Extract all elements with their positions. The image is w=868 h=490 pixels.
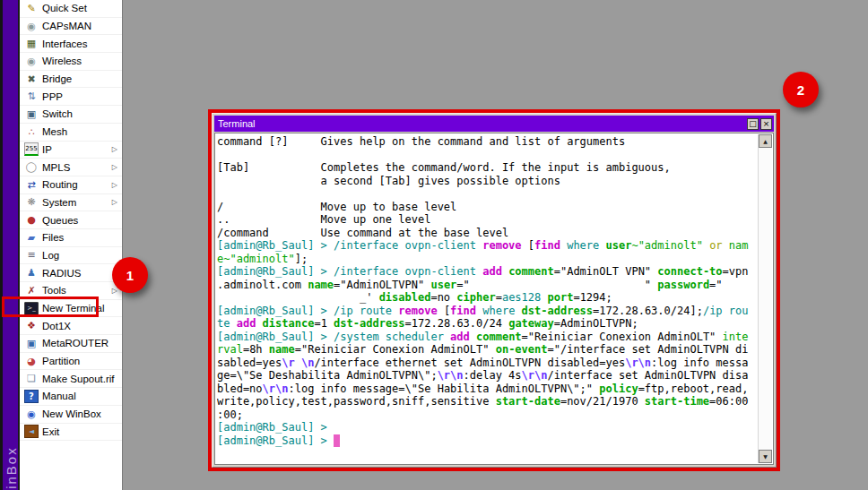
sidebar-item-label: MetaROUTER: [42, 338, 108, 348]
radius-icon: [24, 266, 39, 279]
terminal-line: te add distance=1 dst-address=172.28.63.…: [217, 317, 756, 331]
maximize-button[interactable]: □: [747, 118, 759, 130]
sidebar-item-label: New Terminal: [42, 303, 104, 314]
sidebar-item-label: System: [42, 197, 76, 208]
sidebar-item-exit[interactable]: Exit: [20, 424, 122, 442]
sidebar-item-label: Log: [42, 250, 59, 261]
sidebar-item-metarouter[interactable]: MetaROUTER: [20, 335, 122, 353]
sidebar-item-label: PPP: [42, 91, 63, 102]
sidebar-item-new-winbox[interactable]: New WinBox: [20, 406, 122, 424]
terminal-line: ge=\"Se Deshabilita AdminOLTVPN\";\r\n:d…: [217, 369, 756, 383]
terminal-line: write,policy,test,password,sniff,sensiti…: [217, 395, 756, 408]
callout-2-number: 2: [797, 82, 804, 98]
submenu-arrow-icon: ▷: [112, 198, 117, 206]
sidebar-item-label: Make Supout.rif: [42, 374, 115, 384]
tools-icon: [24, 284, 39, 297]
terminal-line: :00;: [217, 408, 756, 422]
sidebar-item-label: Switch: [42, 108, 73, 119]
sidebar-item-label: Wireless: [42, 56, 82, 66]
ip-icon: [24, 142, 39, 156]
sidebar-item-mesh[interactable]: Mesh: [20, 124, 122, 142]
terminal-title: Terminal: [214, 118, 256, 129]
scroll-up-icon: ▲: [763, 138, 768, 144]
annotation-callout-1: 1: [112, 257, 148, 293]
callout-1-number: 1: [126, 268, 134, 283]
terminal-line: [admin@Rb_Saul] > /ip route remove [find…: [217, 305, 756, 318]
terminal-output[interactable]: command [?] Gives help on the command an…: [217, 135, 756, 462]
sidebar-item-label: Bridge: [42, 73, 72, 84]
exit-icon: [24, 425, 39, 438]
terminal-line: _' disabled=no cipher=aes128 port=1294;: [217, 291, 756, 305]
sidebar: Quick SetCAPsMANInterfacesWirelessBridge…: [20, 0, 123, 490]
switch-icon: [24, 107, 39, 121]
mesh-icon: [24, 125, 39, 139]
terminal-titlebar[interactable]: Terminal □ ×: [214, 116, 774, 132]
terminal-scrollbar[interactable]: ▲ ▼: [758, 134, 772, 463]
sidebar-item-label: Mesh: [42, 126, 67, 137]
terminal-line: [admin@Rb_Saul] > /interface ovpn-client…: [217, 239, 756, 253]
close-icon: ×: [763, 119, 770, 128]
sidebar-item-partition[interactable]: Partition: [20, 353, 122, 371]
scroll-up-button[interactable]: ▲: [759, 134, 772, 148]
manual-icon: [24, 390, 39, 403]
system-icon: [24, 195, 39, 209]
sidebar-item-label: RADIUS: [42, 268, 81, 279]
bridge-icon: [24, 73, 39, 86]
queues-icon: [24, 213, 39, 227]
sidebar-item-ip[interactable]: IP▷: [20, 142, 122, 159]
sidebar-item-switch[interactable]: Switch: [20, 106, 122, 124]
terminal-line: .adminolt.com name="AdminOLTVPN" user=" …: [217, 279, 756, 292]
sidebar-item-interfaces[interactable]: Interfaces: [20, 35, 122, 53]
sidebar-item-radius[interactable]: RADIUS: [20, 264, 122, 282]
terminal-line: / Move up to base level: [217, 201, 756, 214]
sidebar-item-ppp[interactable]: PPP: [20, 88, 122, 106]
sidebar-item-routing[interactable]: Routing▷: [20, 176, 122, 194]
annotation-box-terminal: Terminal □ × command [?] Gives help on t…: [208, 109, 780, 471]
terminal-line: e~"adminolt"];: [217, 253, 756, 266]
sidebar-item-bridge[interactable]: Bridge: [20, 71, 122, 89]
sidebar-menu: Quick SetCAPsMANInterfacesWirelessBridge…: [20, 0, 122, 441]
sidebar-item-new-terminal[interactable]: New Terminal: [20, 300, 122, 318]
sidebar-item-label: Tools: [42, 285, 66, 296]
sidebar-item-mpls[interactable]: MPLS▷: [20, 159, 122, 176]
terminal-body[interactable]: command [?] Gives help on the command an…: [214, 133, 774, 465]
terminal-line: [admin@Rb_Saul] > /interface ovpn-client…: [217, 265, 756, 279]
winbox-brand-strip: WinBox: [3, 0, 18, 490]
sidebar-item-label: Exit: [42, 426, 59, 437]
terminal-line: [217, 187, 756, 201]
partition-icon: [24, 355, 39, 368]
sidebar-item-label: Queues: [42, 215, 78, 226]
sidebar-item-manual[interactable]: Manual: [20, 388, 122, 406]
terminal-window: Terminal □ × command [?] Gives help on t…: [212, 113, 777, 468]
sidebar-item-system[interactable]: System▷: [20, 194, 122, 212]
scroll-down-button[interactable]: ▼: [759, 450, 772, 463]
sidebar-item-label: Quick Set: [42, 3, 87, 13]
capsman-icon: [24, 20, 39, 33]
terminal-line: [admin@Rb_Saul] >: [217, 421, 756, 434]
terminal-line: /command Use command at the base level: [217, 227, 756, 240]
sidebar-item-queues[interactable]: Queues: [20, 211, 122, 229]
sidebar-item-tools[interactable]: Tools▷: [20, 282, 122, 300]
ppp-icon: [24, 90, 39, 103]
sidebar-item-capsman[interactable]: CAPsMAN: [20, 18, 122, 36]
scroll-down-icon: ▼: [763, 453, 768, 460]
sidebar-item-make-supout[interactable]: Make Supout.rif: [20, 370, 122, 388]
terminal-line: rval=8h name="Reiniciar Conexion AdminOL…: [217, 343, 756, 357]
log-icon: [24, 248, 39, 262]
close-button[interactable]: ×: [760, 118, 772, 130]
sidebar-item-wireless[interactable]: Wireless: [20, 53, 122, 71]
terminal-cursor: [334, 434, 340, 447]
terminal-line: command [?] Gives help on the command an…: [217, 135, 756, 149]
sidebar-item-dot1x[interactable]: Dot1X: [20, 317, 122, 335]
terminal-line: a second [Tab] gives possible options: [217, 175, 756, 188]
submenu-arrow-icon: ▷: [112, 163, 117, 171]
sidebar-item-quick-set[interactable]: Quick Set: [20, 0, 122, 18]
sidebar-item-log[interactable]: Log: [20, 247, 122, 265]
winbox-vertical-label: WinBox: [4, 446, 18, 490]
mpls-icon: [24, 160, 39, 174]
sidebar-item-files[interactable]: Files: [20, 229, 122, 247]
terminal-line: [admin@Rb_Saul] >: [217, 434, 756, 448]
new-winbox-icon: [24, 408, 39, 421]
sidebar-item-label: Routing: [42, 179, 78, 190]
quick-set-icon: [24, 2, 39, 15]
